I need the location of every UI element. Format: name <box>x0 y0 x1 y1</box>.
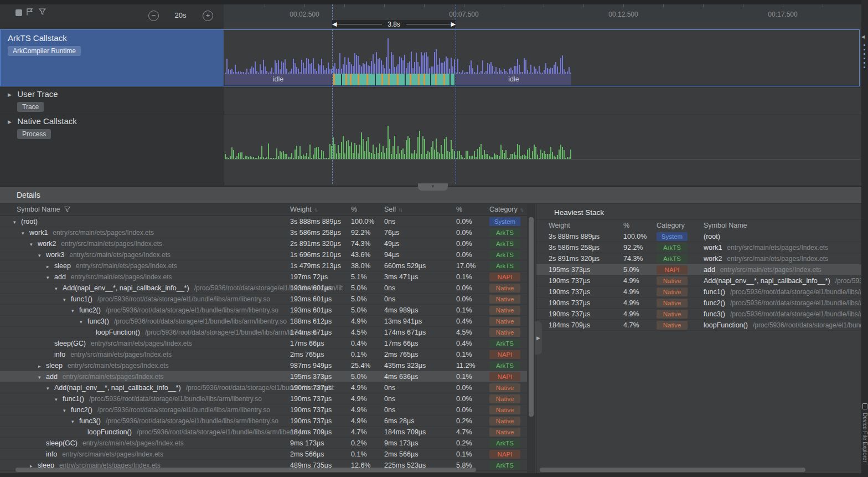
track-row-native[interactable]: ▶ Native Callstack Process <box>8 116 77 139</box>
sort-icon[interactable]: ↑↓ <box>314 207 317 213</box>
collapse-icon[interactable]: ▾ <box>71 305 79 316</box>
collapse-icon[interactable]: ▾ <box>71 416 79 427</box>
column-weight[interactable]: Weight↑↓ <box>290 206 317 213</box>
table-row[interactable]: ▾(root)3s 888ms 889µs100.0%0ns0.0%System <box>0 216 527 227</box>
table-row[interactable]: infoentry/src/main/ets/pages/Index.ets2m… <box>0 349 527 360</box>
symbol-name: add <box>704 266 715 274</box>
column-symbol-name[interactable]: Symbol Name <box>17 206 70 214</box>
table-row[interactable]: ▾func1()/proc/5936/root/data/storage/el1… <box>0 294 527 305</box>
histogram-bar <box>427 151 428 159</box>
category-badge: Native <box>489 394 520 403</box>
table-row[interactable]: 195ms 373µs5.0%NAPIaddentry/src/main/ets… <box>536 264 862 275</box>
track-row-user-trace[interactable]: ▶ User Trace Trace <box>8 89 58 112</box>
table-row[interactable]: sleep(GC)entry/src/main/ets/pages/Index.… <box>0 438 527 449</box>
collapse-icon[interactable]: ▾ <box>22 228 29 238</box>
collapse-icon[interactable]: ▾ <box>46 272 54 283</box>
symbol-cell: ▾work2entry/src/main/ets/pages/Index.ets <box>0 238 318 249</box>
selfPct-value: 0.0% <box>456 238 472 249</box>
collapse-left-icon[interactable]: ◀ <box>861 34 865 39</box>
column-weight-pct[interactable]: % <box>351 206 357 213</box>
sort-icon[interactable]: ↑↓ <box>399 207 402 213</box>
zoom-out-button[interactable]: − <box>148 11 159 21</box>
table-row[interactable]: loopFunction()/proc/5936/root/data/stora… <box>0 427 527 438</box>
selfPct-value: 17.0% <box>456 260 476 271</box>
table-row[interactable]: sleep(GC)entry/src/main/ets/pages/Index.… <box>0 338 527 349</box>
collapse-icon[interactable]: ▾ <box>46 383 54 393</box>
flag-icon[interactable] <box>25 8 34 17</box>
table-row[interactable]: 2s 891ms 320µs74.3%ArkTSwork2entry/src/m… <box>536 253 862 264</box>
collapse-icon[interactable]: ▾ <box>30 239 38 249</box>
details-hscrollbar[interactable] <box>16 468 476 472</box>
track-row-arkts[interactable]: ArkTS Callstack ArkCompiler Runtime <box>1 30 224 86</box>
column-category[interactable]: Category <box>657 222 685 229</box>
table-row[interactable]: ▾addentry/src/main/ets/pages/Index.ets19… <box>0 371 527 382</box>
table-row[interactable]: ▾func3()/proc/5936/root/data/storage/el1… <box>0 416 527 427</box>
histogram-bar <box>504 153 505 159</box>
table-row[interactable]: infoentry/src/main/ets/pages/Index.ets2m… <box>0 449 527 460</box>
collapse-icon[interactable]: ▾ <box>63 294 71 305</box>
filter-icon[interactable] <box>38 8 46 17</box>
selection-duration[interactable]: ◀ 3.8s ▶ <box>332 20 456 28</box>
table-row[interactable]: 184ms 709µs4.7%NativeloopFunction()/proc… <box>536 320 862 331</box>
column-self[interactable]: Self↑↓ <box>384 206 402 213</box>
table-row[interactable]: ▾work2entry/src/main/ets/pages/Index.ets… <box>0 238 527 249</box>
details-vscrollbar[interactable] <box>529 217 534 417</box>
table-row[interactable]: ▸sleepentry/src/main/ets/pages/Index.ets… <box>0 360 527 371</box>
table-row[interactable]: 190ms 737µs4.9%NativeAdd(napi_env__*, na… <box>536 275 862 286</box>
table-row[interactable]: ▾func2()/proc/5936/root/data/storage/el1… <box>0 305 527 316</box>
table-row[interactable]: 190ms 737µs4.9%Nativefunc1()/proc/5936/r… <box>536 286 862 298</box>
collapse-icon[interactable]: ▾ <box>55 394 63 404</box>
histogram-bar <box>422 136 423 159</box>
selection-start-line[interactable] <box>332 4 333 184</box>
time-ruler[interactable]: 00:02.50000:07.50000:12.50000:17.500 <box>224 4 861 22</box>
table-row[interactable]: ▾work1entry/src/main/ets/pages/Index.ets… <box>0 227 527 238</box>
stop-icon[interactable] <box>16 9 22 16</box>
heaviest-hscrollbar[interactable] <box>540 468 805 472</box>
histogram-bar <box>457 151 458 159</box>
native-histogram[interactable] <box>225 125 571 159</box>
column-symbol-name[interactable]: Symbol Name <box>704 222 747 229</box>
selection-end-line[interactable] <box>456 4 456 184</box>
column-category[interactable]: Category↑↓ <box>489 206 523 213</box>
expand-icon[interactable]: ▸ <box>46 261 54 271</box>
table-row[interactable]: ▾func1()/proc/5936/root/data/storage/el1… <box>0 393 527 404</box>
self-value: 3ms 471µs <box>384 271 418 283</box>
expand-icon[interactable]: ▶ <box>8 92 12 98</box>
category-badge: ArkTS <box>657 243 688 252</box>
histogram-bar <box>366 141 367 159</box>
collapse-icon[interactable]: ▾ <box>80 316 87 327</box>
table-row[interactable]: 190ms 737µs4.9%Nativefunc2()/proc/5936/r… <box>536 298 862 309</box>
table-row[interactable]: ▾work3entry/src/main/ets/pages/Index.ets… <box>0 249 527 260</box>
table-row[interactable]: ▾Add(napi_env__*, napi_callback_info__*)… <box>0 283 527 294</box>
selfPct-value: 11.2% <box>456 360 476 371</box>
ruler-tick <box>583 4 584 7</box>
collapse-icon[interactable]: ▾ <box>38 372 46 382</box>
table-row[interactable]: 190ms 737µs4.9%Nativefunc3()/proc/5936/r… <box>536 309 862 320</box>
expand-icon[interactable]: ▸ <box>38 361 46 371</box>
table-row[interactable]: ▾addentry/src/main/ets/pages/Index.ets19… <box>0 271 527 283</box>
table-row[interactable]: ▾func3()/proc/5936/root/data/storage/el1… <box>0 316 527 327</box>
category-badge: System <box>657 232 688 241</box>
expand-icon[interactable]: ▶ <box>8 119 12 125</box>
table-row[interactable]: 3s 586ms 258µs92.2%ArkTSwork1entry/src/m… <box>536 242 862 253</box>
device-file-explorer-tab[interactable]: Device File Explorer <box>861 413 868 462</box>
collapse-icon[interactable]: ▾ <box>13 217 21 227</box>
table-row[interactable]: ▾func2()/proc/5936/root/data/storage/el1… <box>0 404 527 416</box>
column-self-pct[interactable]: % <box>456 206 462 213</box>
collapse-details-handle[interactable]: ▼ <box>418 183 448 191</box>
zoom-in-button[interactable]: + <box>203 11 213 21</box>
collapse-icon[interactable]: ▾ <box>38 250 46 260</box>
table-row[interactable]: 3s 888ms 889µs100.0%System(root) <box>536 231 862 242</box>
column-pct[interactable]: % <box>623 222 629 229</box>
table-row[interactable]: ▾Add(napi_env__*, napi_callback_info__*)… <box>0 382 527 393</box>
collapse-icon[interactable]: ▾ <box>55 283 63 294</box>
table-row[interactable]: loopFunction()/proc/5936/root/data/stora… <box>0 327 527 338</box>
self-value: 184ms 709µs <box>384 427 426 438</box>
column-weight[interactable]: Weight <box>549 222 570 229</box>
table-row[interactable]: ▸sleepentry/src/main/ets/pages/Index.ets… <box>0 260 527 271</box>
filter-icon[interactable] <box>64 206 70 214</box>
sort-icon[interactable]: ↑↓ <box>520 207 523 213</box>
split-expand-handle[interactable]: ▶ <box>535 321 542 355</box>
device-file-explorer-icon[interactable] <box>862 403 867 409</box>
collapse-icon[interactable]: ▾ <box>63 405 71 416</box>
